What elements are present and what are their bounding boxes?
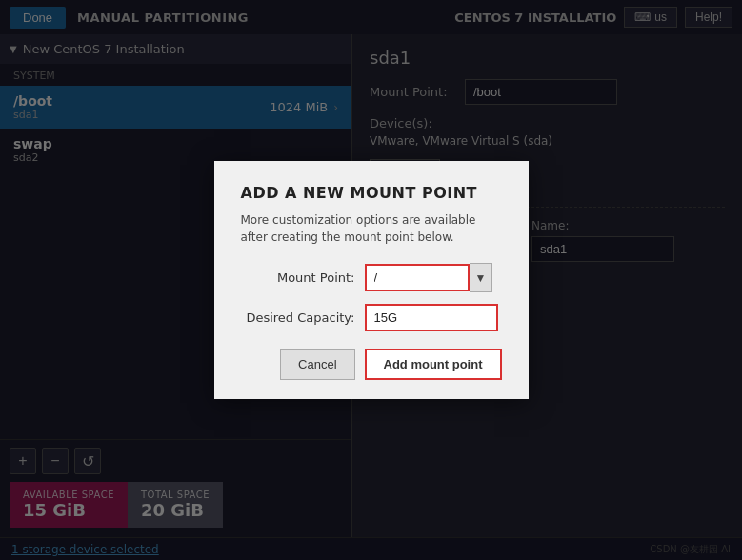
modal-desired-capacity-input[interactable] — [365, 304, 498, 331]
modal-mount-point-dropdown[interactable]: ▼ — [470, 263, 493, 292]
modal-title: ADD A NEW MOUNT POINT — [241, 184, 502, 202]
modal-mount-point-group: ▼ — [365, 263, 493, 292]
modal-buttons: Cancel Add mount point — [241, 349, 502, 380]
modal-overlay: ADD A NEW MOUNT POINT More customization… — [0, 0, 742, 560]
modal-description: More customization options are available… — [241, 211, 502, 246]
modal-desired-capacity-label: Desired Capacity: — [241, 310, 355, 325]
modal-desired-capacity-row: Desired Capacity: — [241, 304, 502, 331]
cancel-button[interactable]: Cancel — [280, 349, 354, 380]
modal-mount-point-input[interactable] — [365, 264, 470, 291]
modal-mount-point-label: Mount Point: — [241, 270, 355, 285]
add-mount-point-modal: ADD A NEW MOUNT POINT More customization… — [214, 161, 529, 399]
modal-mount-point-row: Mount Point: ▼ — [241, 263, 502, 292]
add-mount-point-button[interactable]: Add mount point — [365, 349, 502, 380]
